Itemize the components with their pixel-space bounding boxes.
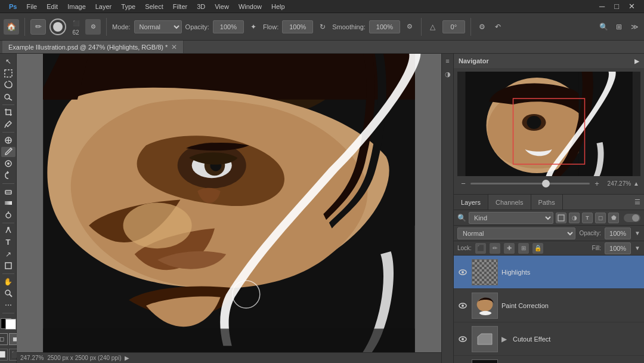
tab-layers[interactable]: Layers	[454, 195, 488, 210]
lasso-tool[interactable]	[1, 79, 16, 90]
brush-tool-icon[interactable]: ✏	[30, 19, 46, 35]
menu-help[interactable]: Help	[267, 2, 289, 11]
menu-layer[interactable]: Layer	[91, 2, 116, 11]
navigator-collapse-icon[interactable]: ▶	[634, 58, 639, 64]
fill-dropdown[interactable]: ▼	[634, 245, 640, 251]
blend-mode-select[interactable]: Normal	[457, 227, 575, 239]
menu-ps[interactable]: Ps	[5, 2, 21, 11]
history-icon[interactable]: ↶	[492, 21, 504, 33]
lock-image-btn[interactable]: ✏	[490, 243, 500, 254]
menu-filter[interactable]: Filter	[169, 2, 191, 11]
workspace-icon[interactable]: ⊞	[613, 21, 625, 33]
filter-smart-btn[interactable]: ⬟	[608, 213, 619, 223]
marquee-tool[interactable]	[1, 68, 16, 79]
menu-edit[interactable]: Edit	[42, 2, 62, 11]
background-color[interactable]	[5, 319, 16, 330]
panel-layers-icon[interactable]: ≡	[443, 56, 453, 66]
zoom-dropdown-btn[interactable]: ▲	[633, 180, 639, 187]
smoothing-settings-icon[interactable]: ⚙	[404, 21, 416, 33]
layer-item-cutout-effect[interactable]: ▶ Cutout Effect	[454, 322, 644, 356]
zoom-slider[interactable]	[470, 183, 590, 184]
filter-adjust-btn[interactable]: ◑	[569, 213, 580, 223]
menu-type[interactable]: Type	[117, 2, 140, 11]
zoom-tool[interactable]	[1, 288, 16, 299]
extras-icon[interactable]: ≫	[628, 21, 640, 33]
zoom-slider-thumb[interactable]	[542, 180, 550, 187]
type-tool[interactable]: T	[1, 237, 16, 248]
window-minimize[interactable]: ─	[595, 1, 609, 12]
crop-tool[interactable]	[1, 107, 16, 118]
tool-home-icon[interactable]: 🏠	[4, 19, 19, 35]
smoothing-input[interactable]	[369, 20, 400, 33]
mode-select[interactable]: Normal	[134, 20, 182, 33]
layer-item-portrait[interactable]: Portrait	[454, 356, 644, 363]
flow-input[interactable]	[282, 20, 313, 33]
dodge-tool[interactable]	[1, 210, 16, 220]
pressure-icon[interactable]: △	[427, 21, 439, 33]
kind-select[interactable]: Kind	[469, 212, 553, 224]
zoom-in-btn[interactable]: +	[592, 179, 602, 188]
hand-tool[interactable]: ✋	[1, 276, 16, 287]
gradient-tool[interactable]	[1, 198, 16, 208]
lock-position-btn[interactable]: ✚	[504, 243, 515, 254]
eraser-tool[interactable]	[1, 186, 16, 196]
lock-transparent-btn[interactable]: ⬛	[475, 243, 486, 254]
opacity-value-input[interactable]	[605, 227, 631, 239]
screen-mode-btn[interactable]: ⬜	[0, 349, 8, 361]
filter-toggle[interactable]	[624, 214, 640, 222]
eyedropper-tool[interactable]	[1, 119, 16, 130]
symmetry-icon[interactable]: ⚙	[476, 21, 488, 33]
tab-paths[interactable]: Paths	[531, 195, 563, 210]
canvas-area[interactable]: 247.27% 2500 px x 2500 px (240 ppi) ▶	[17, 54, 441, 363]
quick-select-tool[interactable]	[1, 91, 16, 102]
lock-all-btn[interactable]: 🔒	[532, 243, 543, 254]
brush-tool[interactable]	[1, 147, 16, 158]
filter-pixel-btn[interactable]	[556, 213, 566, 223]
flow-icon[interactable]: ↻	[317, 21, 329, 33]
menu-image[interactable]: Image	[63, 2, 90, 11]
menu-3d[interactable]: 3D	[193, 2, 209, 11]
tab-channels[interactable]: Channels	[488, 195, 531, 210]
brush-preview[interactable]	[49, 19, 66, 35]
pen-tool[interactable]	[1, 225, 16, 236]
layer-item-highlights[interactable]: Highlights	[454, 256, 644, 289]
folder-expand-icon[interactable]: ▶	[501, 335, 507, 343]
clone-stamp-tool[interactable]	[1, 158, 16, 169]
panel-adjust-icon[interactable]: ◑	[443, 69, 453, 79]
filter-type-btn[interactable]: T	[582, 213, 593, 223]
document-tab-close[interactable]: ✕	[171, 43, 177, 51]
airbrush-icon[interactable]: ✦	[247, 21, 259, 33]
window-maximize[interactable]: □	[610, 1, 623, 12]
shape-tool[interactable]	[1, 260, 16, 271]
layers-panel-menu[interactable]: ☰	[631, 195, 644, 210]
search-icon[interactable]: 🔍	[597, 21, 609, 33]
tool-separator-3	[2, 183, 14, 184]
window-close[interactable]: ✕	[624, 1, 639, 12]
move-tool[interactable]: ↖	[1, 56, 16, 67]
document-tab[interactable]: Example Illustration.psd @ 247% (Highlig…	[2, 41, 184, 53]
zoom-out-btn[interactable]: −	[459, 179, 468, 188]
opacity-input[interactable]	[213, 20, 244, 33]
menu-view[interactable]: View	[210, 2, 233, 11]
menu-file[interactable]: File	[22, 2, 41, 11]
layer-eye-cutout-effect[interactable]	[457, 334, 468, 344]
brush-settings-icon[interactable]: ⚙	[85, 19, 101, 35]
color-boxes[interactable]	[1, 318, 16, 330]
lock-artboard-btn[interactable]: ⊞	[518, 243, 529, 254]
menu-window[interactable]: Window	[234, 2, 266, 11]
fill-value-input[interactable]	[605, 242, 631, 254]
layer-eye-paint-correction[interactable]	[457, 300, 468, 311]
standard-mode-btn[interactable]: ◻	[0, 333, 8, 345]
filter-shape-btn[interactable]: ◻	[595, 213, 606, 223]
navigator-header[interactable]: Navigator ▶	[454, 54, 644, 68]
healing-brush-tool[interactable]	[1, 135, 16, 146]
layer-eye-highlights[interactable]	[457, 267, 468, 278]
menu-select[interactable]: Select	[141, 2, 168, 11]
history-brush-tool[interactable]	[1, 170, 16, 181]
path-select-tool[interactable]: ↗	[1, 249, 16, 260]
layer-item-paint-correction[interactable]: Paint Correction	[454, 289, 644, 322]
opacity-dropdown[interactable]: ▼	[634, 230, 640, 236]
angle-input[interactable]	[442, 20, 465, 33]
extra-tools[interactable]: ⋯	[1, 300, 16, 310]
tool-separator-4	[2, 223, 14, 223]
